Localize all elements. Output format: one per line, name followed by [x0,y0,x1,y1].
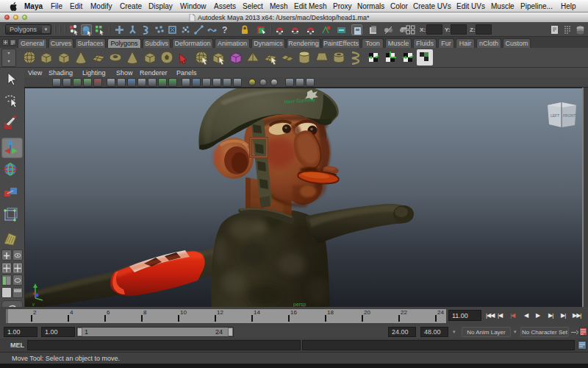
svg-text:FRONT: FRONT [563,113,576,118]
svg-text:LEFT: LEFT [551,113,559,118]
svg-text:?: ? [222,25,227,35]
svg-text:y: y [32,302,35,306]
